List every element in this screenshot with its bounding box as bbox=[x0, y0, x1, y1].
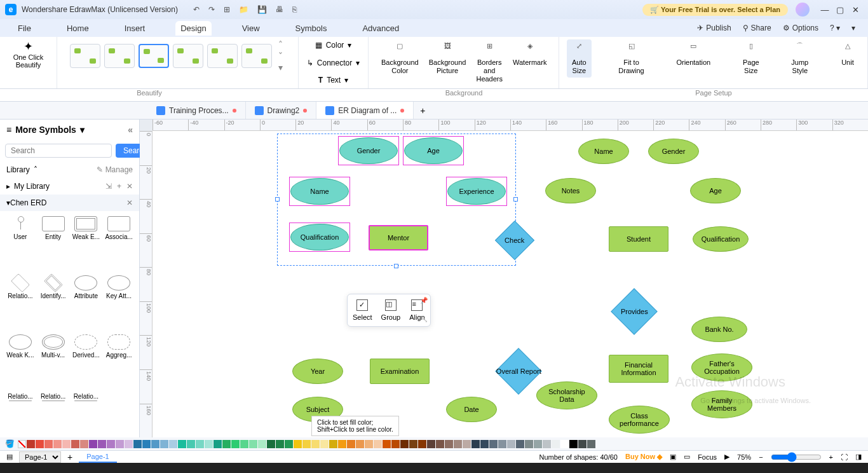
publish-button[interactable]: ✈ Publish bbox=[697, 24, 731, 32]
menu-insert[interactable]: Insert bbox=[119, 21, 151, 36]
color-swatch[interactable] bbox=[80, 440, 88, 448]
color-swatch[interactable] bbox=[445, 440, 453, 448]
shape-user[interactable]: User bbox=[5, 216, 36, 273]
orientation-button[interactable]: ▭Orientation bbox=[671, 39, 715, 69]
select-button[interactable]: ✓Select bbox=[353, 299, 372, 321]
color-swatch[interactable] bbox=[356, 440, 364, 448]
color-swatch[interactable] bbox=[285, 440, 293, 448]
shape-aggreg[interactable]: Aggreg... bbox=[104, 334, 134, 391]
color-swatch[interactable] bbox=[89, 440, 97, 448]
section-chen-erd[interactable]: ▾ Chen ERD ✕ bbox=[0, 195, 139, 211]
color-swatch[interactable] bbox=[525, 440, 533, 448]
color-swatch[interactable] bbox=[276, 440, 284, 448]
layers-icon[interactable]: ▣ bbox=[670, 453, 676, 461]
sel-handle-s[interactable] bbox=[394, 264, 398, 268]
color-swatch[interactable] bbox=[302, 440, 311, 448]
color-swatch[interactable] bbox=[205, 440, 213, 448]
color-swatch[interactable] bbox=[463, 440, 471, 448]
theme-thumb-6[interactable] bbox=[241, 44, 272, 68]
trial-banner[interactable]: 🛒 Your Free Trial is over. Select a Plan bbox=[642, 4, 788, 16]
print-icon[interactable]: 🖶 bbox=[276, 5, 283, 14]
color-swatch[interactable] bbox=[178, 440, 186, 448]
zoom-in-icon[interactable]: + bbox=[829, 453, 833, 461]
color-swatch[interactable] bbox=[560, 440, 569, 448]
menu-view[interactable]: View bbox=[237, 21, 265, 36]
color-swatch[interactable] bbox=[578, 440, 587, 448]
shape-rel2[interactable]: Relatio... bbox=[38, 393, 69, 432]
color-swatch[interactable] bbox=[36, 440, 44, 448]
focus-button[interactable]: Focus bbox=[698, 453, 717, 461]
color-swatch[interactable] bbox=[587, 440, 595, 448]
color-swatch[interactable] bbox=[480, 440, 489, 448]
color-swatch[interactable] bbox=[516, 440, 524, 448]
menu-advanced[interactable]: Advanced bbox=[357, 21, 404, 36]
color-swatch[interactable] bbox=[249, 440, 257, 448]
group-button[interactable]: ◫Group bbox=[381, 299, 401, 321]
color-swatch[interactable] bbox=[436, 440, 444, 448]
pages-icon[interactable]: ▤ bbox=[6, 453, 13, 461]
color-swatch[interactable] bbox=[374, 440, 382, 448]
collapse-ribbon-icon[interactable]: ▾ bbox=[851, 24, 855, 32]
node-age2[interactable]: Age bbox=[690, 178, 741, 203]
borders-headers-button[interactable]: ⊞Borders and Headers bbox=[471, 39, 508, 86]
bg-color-button[interactable]: ▢Background Color bbox=[376, 39, 424, 78]
node-provides[interactable]: Provides bbox=[611, 288, 658, 335]
color-swatch[interactable] bbox=[543, 440, 551, 448]
unit-button[interactable]: △Unit bbox=[836, 39, 860, 69]
node-classperf[interactable]: Class performance bbox=[609, 406, 670, 434]
node-name2[interactable]: Name bbox=[578, 139, 629, 164]
color-swatch[interactable] bbox=[71, 440, 79, 448]
shape-rel1[interactable]: Relatio... bbox=[5, 393, 36, 432]
color-swatch[interactable] bbox=[98, 440, 106, 448]
fill-icon[interactable]: 🪣 bbox=[5, 439, 15, 448]
gallery-up-icon[interactable]: ˄ bbox=[276, 39, 285, 50]
shape-assoc[interactable]: Associa... bbox=[104, 216, 134, 273]
theme-thumb-3[interactable] bbox=[139, 44, 169, 68]
doctab-training[interactable]: Training Proces... bbox=[147, 102, 246, 119]
color-swatch[interactable] bbox=[409, 440, 417, 448]
fit-page-icon[interactable]: ⛶ bbox=[841, 453, 848, 461]
search-input[interactable] bbox=[5, 144, 112, 158]
page-size-button[interactable]: ▯Page Size bbox=[738, 39, 764, 78]
help-icon[interactable]: ? ▾ bbox=[830, 24, 840, 32]
node-fathers[interactable]: Father's Occupation bbox=[691, 353, 752, 381]
connector-dropdown[interactable]: ↳ Connector ▾ bbox=[307, 58, 360, 67]
color-swatch[interactable] bbox=[27, 440, 35, 448]
color-swatch[interactable] bbox=[347, 440, 355, 448]
color-dropdown[interactable]: ▦ Color ▾ bbox=[315, 41, 352, 50]
shape-relation[interactable]: Relatio... bbox=[5, 275, 36, 332]
menu-file[interactable]: File bbox=[13, 21, 36, 36]
menu-home[interactable]: Home bbox=[62, 21, 94, 36]
my-library-row[interactable]: ▸My Library ⇲+✕ bbox=[0, 178, 139, 195]
color-swatch[interactable] bbox=[320, 440, 329, 448]
shape-multi-v[interactable]: Multi-v... bbox=[38, 334, 69, 391]
close-section-icon[interactable]: ✕ bbox=[126, 198, 133, 207]
sel-handle-w[interactable] bbox=[275, 197, 280, 202]
color-swatch[interactable] bbox=[62, 440, 71, 448]
node-gender2[interactable]: Gender bbox=[648, 139, 699, 164]
color-swatch[interactable] bbox=[400, 440, 409, 448]
close-button[interactable]: ✕ bbox=[848, 5, 863, 15]
color-swatch[interactable] bbox=[125, 440, 133, 448]
doctab-drawing2[interactable]: Drawing2 bbox=[246, 102, 317, 119]
color-swatch[interactable] bbox=[454, 440, 462, 448]
undo-icon[interactable]: ↶ bbox=[193, 5, 200, 14]
open-icon[interactable]: 📁 bbox=[239, 5, 248, 14]
color-swatch[interactable] bbox=[471, 440, 480, 448]
watermark-button[interactable]: ◈Watermark bbox=[508, 39, 552, 69]
doctab-erdiagram[interactable]: ER Diagram of ... bbox=[316, 102, 414, 119]
color-swatch[interactable] bbox=[329, 440, 337, 448]
redo-icon[interactable]: ↷ bbox=[208, 5, 215, 14]
color-swatch[interactable] bbox=[427, 440, 435, 448]
color-swatch[interactable] bbox=[267, 440, 275, 448]
fit-drawing-button[interactable]: ◱Fit to Drawing bbox=[613, 39, 649, 78]
save-icon[interactable]: 💾 bbox=[257, 5, 267, 14]
color-swatch[interactable] bbox=[116, 440, 124, 448]
library-row[interactable]: Library ˄ ✎ Manage bbox=[0, 161, 139, 178]
zoom-out-icon[interactable]: − bbox=[759, 453, 763, 461]
node-experience[interactable]: Experience bbox=[447, 178, 506, 205]
add-icon[interactable]: + bbox=[117, 182, 121, 191]
one-click-beautify-button[interactable]: ✦ One Click Beautify bbox=[11, 39, 46, 69]
color-swatch[interactable] bbox=[44, 440, 53, 448]
node-date[interactable]: Date bbox=[446, 397, 497, 422]
